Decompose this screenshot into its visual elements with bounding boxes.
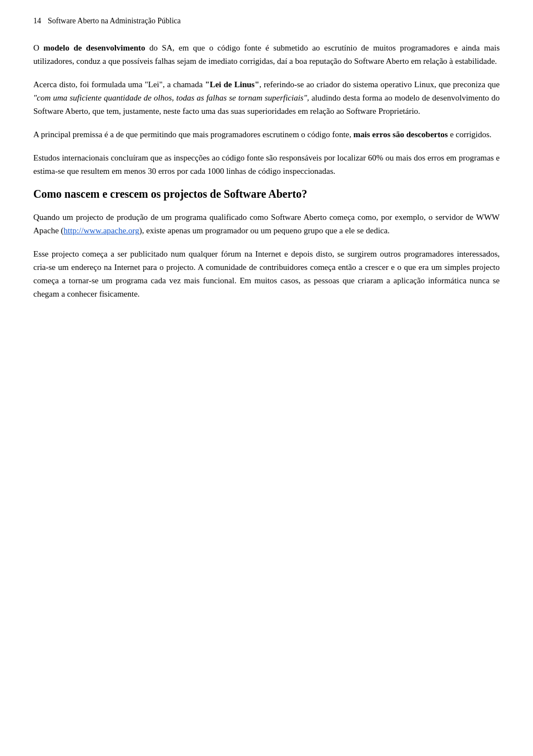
section-heading-1: Como nascem e crescem os projectos de So… <box>33 188 500 201</box>
paragraph-1: O modelo de desenvolvimento do SA, em qu… <box>33 41 500 68</box>
paragraph-6: Esse projecto começa a ser publicitado n… <box>33 247 500 301</box>
page-title: Software Aberto na Administração Pública <box>48 17 181 26</box>
paragraph-4: Estudos internacionais concluíram que as… <box>33 151 500 178</box>
paragraph-2: Acerca disto, foi formulada uma "Lei", a… <box>33 78 500 118</box>
italic-quote: "com uma suficiente quantidade de olhos,… <box>33 93 307 102</box>
page: 14 Software Aberto na Administração Públ… <box>0 0 533 333</box>
paragraph-3: A principal premissa é a de que permitin… <box>33 128 500 141</box>
page-number: 14 <box>33 17 41 26</box>
paragraph-5: Quando um projecto de produção de um pro… <box>33 211 500 237</box>
bold-mais-erros: mais erros são descobertos <box>354 130 448 139</box>
page-header: 14 Software Aberto na Administração Públ… <box>33 17 500 26</box>
apache-link[interactable]: http://www.apache.org <box>64 226 139 235</box>
bold-modelo: modelo de desenvolvimento <box>43 43 145 52</box>
bold-lei-linus: "Lei de Linus" <box>205 80 259 89</box>
